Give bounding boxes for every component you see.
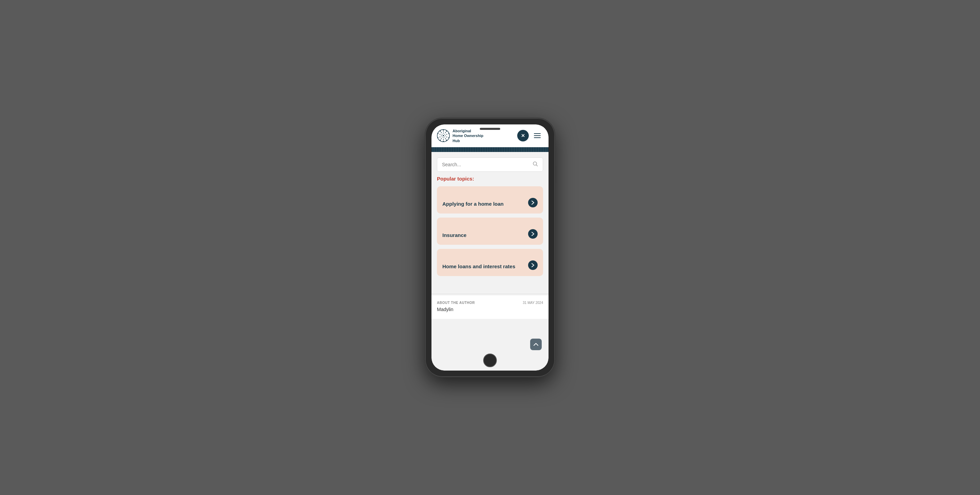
svg-point-10 (440, 131, 441, 132)
author-section: ABOUT THE AUTHOR 31 MAY 2024 Madylin (431, 295, 549, 319)
topic-title-2: Insurance (442, 232, 528, 239)
menu-icon-line2 (534, 135, 541, 136)
svg-point-1 (443, 130, 444, 131)
svg-point-2 (446, 131, 447, 132)
svg-point-26 (442, 136, 442, 137)
close-button[interactable]: ✕ (517, 130, 529, 141)
logo-text: Aboriginal Home Ownership Hub (453, 129, 483, 143)
author-name: Madylin (437, 307, 543, 312)
svg-line-31 (536, 165, 538, 166)
svg-point-24 (444, 136, 445, 137)
svg-point-15 (445, 138, 446, 139)
volume-button (424, 159, 425, 169)
search-input[interactable] (442, 162, 530, 167)
search-box[interactable] (437, 157, 543, 172)
speaker (480, 128, 500, 130)
topic-title-1: Applying for a home loan (442, 200, 528, 207)
author-header-row: ABOUT THE AUTHOR 31 MAY 2024 (437, 301, 543, 305)
phone-screen: Aboriginal Home Ownership Hub ✕ (431, 124, 549, 371)
topic-arrow-2 (528, 229, 538, 239)
svg-point-28 (442, 134, 442, 135)
svg-point-17 (441, 138, 442, 139)
svg-point-14 (447, 136, 447, 137)
search-section (431, 152, 549, 176)
svg-point-18 (440, 136, 440, 137)
search-icon (533, 161, 538, 168)
home-button[interactable] (483, 354, 497, 367)
logo-icon (437, 129, 450, 142)
svg-point-23 (445, 135, 446, 136)
svg-point-5 (446, 140, 447, 141)
svg-point-19 (440, 134, 440, 135)
svg-point-11 (443, 132, 444, 132)
svg-point-25 (443, 137, 444, 138)
svg-point-8 (438, 137, 439, 138)
spacer (431, 286, 549, 292)
svg-point-22 (444, 134, 445, 135)
svg-point-27 (441, 135, 442, 136)
svg-point-3 (449, 133, 450, 134)
topic-arrow-1 (528, 198, 538, 207)
menu-icon-line3 (534, 137, 541, 138)
popular-topics-section: Popular topics: Applying for a home loan… (431, 176, 549, 286)
screen-content: Aboriginal Home Ownership Hub ✕ (431, 124, 549, 371)
svg-point-16 (443, 139, 444, 140)
logo-area: Aboriginal Home Ownership Hub (437, 129, 483, 143)
topic-title-3: Home loans and interest rates (442, 263, 528, 270)
menu-icon-line1 (534, 133, 541, 134)
svg-point-7 (440, 140, 441, 141)
decorative-pattern-bar (431, 147, 549, 152)
svg-point-20 (441, 132, 442, 133)
header-actions: ✕ (517, 130, 543, 141)
svg-point-12 (445, 132, 446, 133)
phone-device: Aboriginal Home Ownership Hub ✕ (425, 118, 555, 377)
author-section-label: ABOUT THE AUTHOR (437, 301, 475, 305)
scroll-to-top-button[interactable] (530, 339, 542, 350)
topic-card-3[interactable]: Home loans and interest rates (437, 249, 543, 276)
svg-point-29 (443, 135, 444, 136)
main-content[interactable]: Popular topics: Applying for a home loan… (431, 152, 549, 371)
popular-topics-label: Popular topics: (437, 176, 543, 182)
svg-point-9 (438, 133, 439, 134)
menu-button[interactable] (531, 130, 543, 141)
svg-point-6 (443, 141, 444, 142)
topic-arrow-3 (528, 260, 538, 270)
power-button (555, 166, 556, 183)
author-date: 31 MAY 2024 (523, 301, 543, 305)
svg-point-4 (449, 137, 450, 138)
topic-card-1[interactable]: Applying for a home loan (437, 186, 543, 214)
svg-point-21 (443, 133, 444, 134)
svg-point-13 (447, 134, 447, 135)
divider (431, 294, 549, 294)
topic-card-2[interactable]: Insurance (437, 217, 543, 245)
